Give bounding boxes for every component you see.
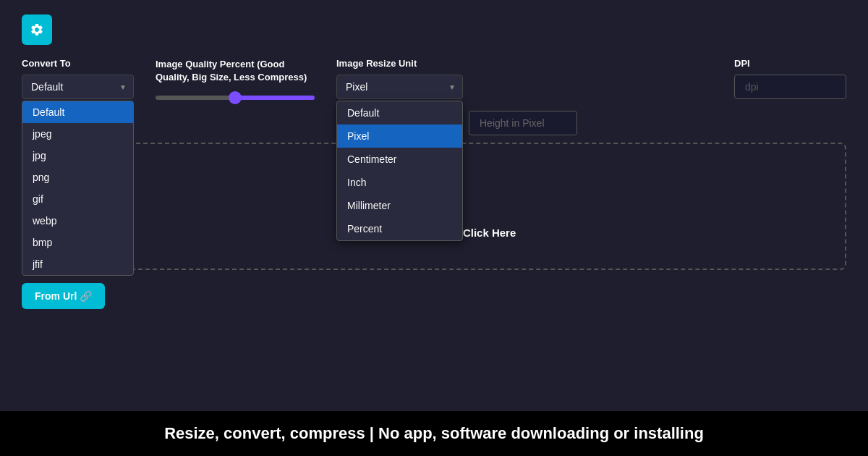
convert-option-jfif[interactable]: jfif [22, 253, 133, 275]
quality-label: Image Quality Percent (Good Quality, Big… [156, 58, 315, 84]
convert-option-jpg[interactable]: jpg [22, 145, 133, 166]
convert-to-dropdown[interactable]: Default jpeg jpg png gif webp bmp jfif [22, 101, 134, 276]
upper-controls: Convert To Default Default jpeg jpg png … [22, 58, 846, 135]
unit-option-pixel[interactable]: Pixel [337, 124, 462, 148]
unit-option-millimeter[interactable]: Millimeter [337, 194, 462, 217]
dpi-input[interactable] [734, 75, 846, 99]
unit-option-percent[interactable]: Percent [337, 217, 462, 240]
main-area: Convert To Default Default jpeg jpg png … [0, 0, 868, 411]
convert-option-webp[interactable]: webp [22, 210, 133, 232]
quality-slider[interactable] [156, 96, 315, 100]
unit-option-inch[interactable]: Inch [337, 171, 462, 194]
quality-group: Image Quality Percent (Good Quality, Big… [156, 58, 315, 103]
convert-option-gif[interactable]: gif [22, 188, 133, 210]
unit-option-default[interactable]: Default [337, 101, 462, 124]
resize-unit-select[interactable]: Pixel [336, 75, 463, 99]
convert-to-select[interactable]: Default [22, 75, 134, 99]
convert-option-bmp[interactable]: bmp [22, 232, 133, 253]
resize-group: Image Resize Unit Pixel Default Pixel Ce… [336, 58, 577, 135]
bottom-banner: Resize, convert, compress | No app, soft… [0, 411, 868, 456]
unit-option-centimeter[interactable]: Centimeter [337, 148, 462, 171]
height-input[interactable] [469, 111, 577, 135]
convert-option-default[interactable]: Default [22, 101, 133, 123]
slider-container [156, 90, 315, 103]
gear-button[interactable] [22, 14, 52, 45]
convert-to-label: Convert To [22, 58, 134, 69]
convert-to-group: Convert To Default Default jpeg jpg png … [22, 58, 134, 99]
unit-dropdown[interactable]: Default Pixel Centimeter Inch Millimeter… [336, 101, 463, 241]
dpi-group: DPI [734, 58, 846, 99]
convert-option-png[interactable]: png [22, 166, 133, 188]
resize-unit-label: Image Resize Unit [336, 58, 577, 69]
resize-select-wrapper[interactable]: Pixel Default Pixel Centimeter Inch Mill… [336, 75, 463, 99]
dpi-label: DPI [734, 58, 846, 69]
convert-option-jpeg[interactable]: jpeg [22, 123, 133, 145]
gear-icon [30, 22, 44, 37]
convert-to-select-wrapper[interactable]: Default Default jpeg jpg png gif webp bm… [22, 75, 134, 99]
from-url-button[interactable]: From Url 🔗 [22, 283, 105, 309]
banner-text: Resize, convert, compress | No app, soft… [164, 424, 704, 443]
